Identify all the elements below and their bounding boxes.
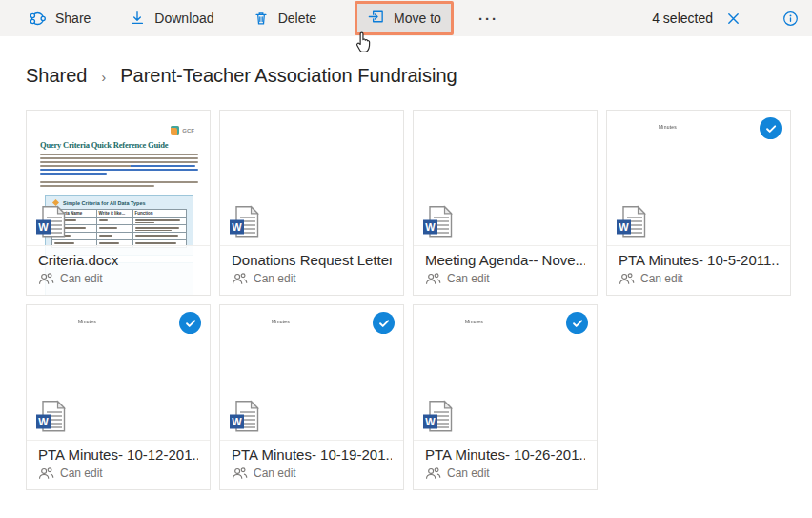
- permission-label: Can edit: [447, 272, 490, 285]
- svg-text:W: W: [425, 221, 436, 233]
- download-button[interactable]: Download: [129, 10, 213, 27]
- svg-text:W: W: [38, 416, 49, 427]
- svg-text:W: W: [425, 416, 436, 427]
- file-tile[interactable]: W Donations Request Letter... Can edit: [219, 110, 404, 296]
- download-icon: [129, 10, 146, 27]
- word-file-icon: W: [35, 399, 70, 438]
- permission-label: Can edit: [60, 466, 103, 480]
- move-to-button[interactable]: Move to: [355, 1, 454, 35]
- word-file-icon: W: [616, 204, 650, 243]
- breadcrumb: Shared › Parent-Teacher Association Fund…: [26, 65, 812, 87]
- selected-checkmark[interactable]: [179, 312, 201, 334]
- share-icon: [29, 10, 47, 28]
- close-icon: [726, 11, 741, 26]
- thumbnail-doc-title: Minutes: [78, 319, 96, 324]
- file-name[interactable]: Criteria.docx: [38, 252, 198, 268]
- chevron-right-icon: ›: [102, 67, 107, 85]
- people-icon: [232, 466, 248, 480]
- file-grid: GCF Query Criteria Quick Reference Guide…: [26, 110, 812, 490]
- file-name[interactable]: PTA Minutes- 10-5-2011....: [619, 252, 779, 268]
- file-name[interactable]: PTA Minutes- 10-19-201...: [232, 446, 392, 463]
- file-tile[interactable]: Minutes W PTA Minutes- 10-5-2011....: [606, 110, 791, 296]
- word-file-icon: W: [229, 204, 263, 243]
- permission-label: Can edit: [60, 272, 103, 285]
- details-pane-button[interactable]: [782, 10, 799, 27]
- word-file-icon: W: [35, 204, 70, 243]
- permission-label: Can edit: [640, 272, 683, 285]
- delete-label: Delete: [278, 10, 316, 26]
- file-name[interactable]: PTA Minutes- 10-26-201...: [425, 446, 585, 463]
- file-tile-footer: PTA Minutes- 10-26-201... Can edit: [414, 440, 597, 489]
- file-tile-footer: PTA Minutes- 10-19-201... Can edit: [220, 440, 403, 489]
- word-file-icon: W: [422, 204, 457, 243]
- svg-text:W: W: [619, 221, 629, 233]
- permission-label: Can edit: [254, 272, 296, 285]
- thumbnail-doc-title: Minutes: [659, 124, 677, 130]
- doc-preview-title: Query Criteria Quick Reference Guide: [40, 141, 198, 150]
- move-to-icon: [367, 8, 385, 29]
- file-tile[interactable]: Minutes W PTA Minutes- 10-19-201...: [219, 304, 404, 490]
- file-tile[interactable]: Minutes W PTA Minutes- 10-26-201...: [413, 304, 598, 490]
- selection-count: 4 selected: [652, 10, 713, 26]
- thumbnail-doc-title: Minutes: [465, 319, 483, 324]
- ellipsis-icon: ···: [478, 10, 498, 27]
- check-icon: [377, 317, 391, 330]
- share-button[interactable]: Share: [29, 10, 91, 28]
- gcf-logo-icon: [171, 126, 179, 135]
- file-tile[interactable]: Minutes W PTA Minutes- 10-12-201...: [26, 304, 211, 490]
- file-name[interactable]: Donations Request Letter...: [232, 252, 392, 268]
- selected-checkmark[interactable]: [760, 117, 782, 139]
- file-name[interactable]: PTA Minutes- 10-12-201...: [38, 446, 198, 463]
- selected-checkmark[interactable]: [373, 312, 395, 334]
- people-icon: [232, 272, 248, 285]
- people-icon: [425, 466, 441, 480]
- file-tile-footer: Donations Request Letter... Can edit: [220, 245, 403, 295]
- move-to-label: Move to: [394, 10, 441, 26]
- permission-label: Can edit: [447, 466, 490, 480]
- check-icon: [571, 317, 584, 330]
- info-icon: [782, 10, 799, 27]
- svg-text:W: W: [232, 221, 242, 233]
- selected-checkmark[interactable]: [566, 312, 588, 334]
- file-tile-footer: Meeting Agenda-- Nove... Can edit: [414, 245, 597, 295]
- delete-button[interactable]: Delete: [253, 10, 316, 27]
- people-icon: [619, 272, 635, 285]
- check-icon: [764, 122, 778, 135]
- people-icon: [38, 466, 54, 480]
- svg-text:W: W: [232, 416, 242, 427]
- permission-label: Can edit: [254, 466, 296, 480]
- breadcrumb-current-folder[interactable]: Parent-Teacher Association Fundraising: [120, 65, 457, 87]
- share-label: Share: [55, 10, 91, 26]
- file-tile[interactable]: GCF Query Criteria Quick Reference Guide…: [26, 110, 211, 296]
- gcf-logo-text: GCF: [182, 128, 194, 134]
- doc-table-title: Simple Criteria for All Data Types: [63, 200, 187, 206]
- file-name[interactable]: Meeting Agenda-- Nove...: [425, 252, 585, 268]
- file-tile[interactable]: W Meeting Agenda-- Nove... Can edit: [413, 110, 598, 296]
- command-bar: Share Download Delete Move to ··· 4 se: [0, 0, 812, 36]
- svg-text:W: W: [38, 221, 49, 233]
- word-file-icon: W: [229, 399, 263, 438]
- word-file-icon: W: [422, 399, 457, 438]
- check-icon: [184, 317, 197, 330]
- people-icon: [38, 272, 54, 285]
- clear-selection-button[interactable]: [726, 11, 741, 26]
- breadcrumb-shared[interactable]: Shared: [26, 65, 88, 87]
- download-label: Download: [154, 10, 213, 26]
- file-tile-footer: PTA Minutes- 10-12-201... Can edit: [27, 440, 210, 489]
- people-icon: [425, 272, 441, 285]
- more-commands-button[interactable]: ···: [478, 10, 498, 27]
- trash-icon: [253, 10, 270, 27]
- file-tile-footer: PTA Minutes- 10-5-2011.... Can edit: [607, 245, 790, 295]
- file-tile-footer: Criteria.docx Can edit: [27, 245, 210, 295]
- thumbnail-doc-title: Minutes: [272, 319, 290, 324]
